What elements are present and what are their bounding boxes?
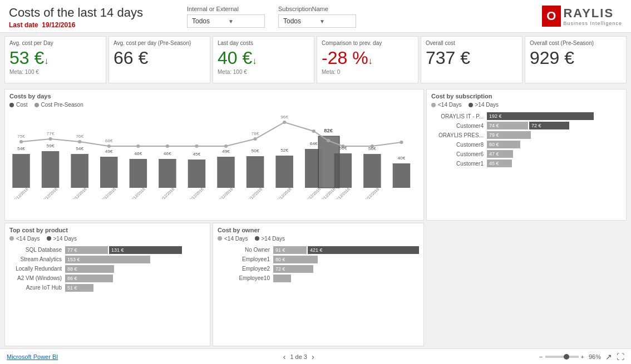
subtitle-prefix: Last date [9, 21, 38, 29]
legend-pre-season-label: Cost Pre-Season [41, 102, 83, 108]
hbar-bars [273, 275, 419, 282]
main-container: Costs of the last 14 days Last date 19/1… [0, 0, 631, 364]
svg-point-18 [107, 144, 111, 148]
list-item: Employee1 80 € [218, 256, 419, 263]
svg-text:18/12/2016: 18/12/2016 [333, 187, 351, 199]
legend-gt14-owner-label: >14 Days [262, 236, 285, 242]
hbar-bars: 91 € 421 € [273, 246, 419, 254]
logo-box: O RAYLIS Business Intelligence [542, 6, 622, 27]
hbar-light: 51 € [65, 284, 93, 292]
legend-dot-gt14-sub [469, 103, 473, 107]
svg-text:54€: 54€ [17, 146, 25, 151]
filter-internal-external: Internal or External Todos ▼ [187, 6, 265, 28]
legend-dot-lt14-owner [218, 236, 222, 241]
owner-chart-title: Cost by owner [218, 227, 419, 233]
svg-rect-5 [159, 159, 176, 188]
svg-text:40€: 40€ [397, 156, 405, 161]
svg-text:46€: 46€ [164, 151, 171, 156]
filter1-label: Internal or External [187, 6, 265, 12]
svg-text:78€: 78€ [252, 131, 259, 136]
svg-text:10/12/2016: 10/12/2016 [129, 187, 146, 199]
svg-text:54€: 54€ [76, 146, 83, 151]
list-item: Customer8 60 € [431, 141, 622, 148]
hbar-light: 79 € [487, 131, 531, 139]
legend-dot-cost [9, 103, 14, 107]
hbar-label: ORAYLIS PRES... [431, 132, 487, 138]
hbar-light: 80 € [273, 256, 318, 263]
hbar-bars: 72 € [273, 265, 419, 273]
prev-page-button[interactable]: ‹ [283, 352, 286, 361]
hbar-label: Customer1 [431, 161, 487, 167]
share-icon[interactable]: ↗ [605, 352, 612, 361]
content-area: Costs by days Cost Cost Pre-Season [0, 87, 631, 348]
svg-point-26 [327, 139, 330, 142]
kpi-label-4: Overall cost [426, 40, 517, 46]
left-panel: Costs by days Cost Cost Pre-Season [4, 89, 424, 346]
svg-point-25 [312, 129, 316, 133]
svg-rect-3 [100, 157, 118, 188]
svg-text:14/12/2016: 14/12/2016 [245, 187, 263, 199]
kpi-value-1: 66 € [114, 48, 205, 68]
next-page-button[interactable]: › [312, 352, 314, 361]
chevron-down-icon2: ▼ [319, 18, 351, 24]
title-block: Costs of the last 14 days Last date 19/1… [9, 6, 187, 29]
filter2-select[interactable]: Todos ▼ [278, 14, 356, 28]
svg-text:68€: 68€ [105, 138, 113, 143]
chevron-down-icon: ▼ [228, 18, 260, 24]
svg-text:49€: 49€ [222, 149, 230, 154]
top-cost-by-product-card: Top cost by product <14 Days >14 Days [4, 223, 210, 347]
kpi-card-4: Overall cost 737 € [421, 36, 522, 83]
logo-main-text: RAYLIS [563, 6, 622, 21]
kpi-value-5: 929 € [530, 48, 622, 68]
filter1-select[interactable]: Todos ▼ [187, 14, 265, 28]
kpi-row: Avg. cost per Day 53 €↓ Meta: 100 € Avg.… [0, 33, 631, 87]
svg-point-16 [48, 137, 52, 141]
kpi-label-1: Avg. cost per day (Pre-Season) [114, 40, 205, 46]
filter1-value: Todos [192, 17, 224, 25]
hbar-light: 60 € [487, 141, 520, 148]
hbar-label: Stream Analytics [9, 256, 65, 262]
legend-gt14-product: >14 Days [47, 236, 77, 242]
hbar-bars: 45 € [487, 159, 622, 167]
svg-rect-12 [334, 153, 352, 188]
list-item: Employee10 [218, 275, 419, 282]
legend-dot-pre-season [34, 103, 39, 107]
hbar-label: Customer6 [431, 151, 487, 157]
zoom-minus-icon[interactable]: − [539, 353, 543, 360]
power-bi-link[interactable]: Microsoft Power BI [7, 353, 58, 360]
cost-by-subscription-card: Cost by subscription <14 Days >14 Days O… [426, 89, 627, 221]
product-legend: <14 Days >14 Days [9, 236, 205, 242]
hbar-label: Employee10 [218, 275, 273, 281]
costs-by-days-title: Costs by days [9, 93, 419, 99]
hbar-bars: 79 € [487, 131, 622, 139]
zoom-slider[interactable] [545, 356, 579, 358]
legend-lt14-product: <14 Days [9, 236, 40, 242]
zoom-plus-icon[interactable]: + [581, 353, 584, 360]
svg-text:56€: 56€ [339, 146, 347, 151]
legend-gt14-sub-label: >14 Days [475, 102, 499, 108]
hbar-dark: 72 € [529, 122, 569, 129]
svg-text:11/12/2016: 11/12/2016 [158, 187, 176, 199]
subscription-title: Cost by subscription [431, 93, 622, 99]
kpi-card-3: Comparison to prev. day -28 %↓ Meta: 0 [317, 36, 418, 83]
svg-rect-8 [247, 156, 264, 188]
expand-icon[interactable]: ⛶ [617, 352, 624, 361]
svg-text:06/12/2016: 06/12/2016 [12, 187, 29, 199]
hbar-dark: 192 € [487, 112, 594, 120]
hbar-light: 86 € [65, 275, 113, 282]
hbar-bars: 153 € [65, 256, 205, 263]
kpi-label-3: Comparison to prev. day [322, 40, 413, 46]
list-item: A2 VM (Windows) 86 € [9, 275, 205, 282]
list-item: No Owner 91 € 421 € [218, 246, 419, 254]
zoom-thumb [564, 354, 569, 360]
hbar-label: No Owner [218, 247, 273, 253]
logo-text-block: RAYLIS Business Intelligence [563, 6, 622, 26]
hbar-label: Employee1 [218, 256, 273, 262]
list-item: ORAYLIS PRES... 79 € [431, 131, 622, 139]
svg-text:76€: 76€ [76, 134, 83, 139]
kpi-value-0: 53 €↓ [9, 48, 101, 68]
legend-gt14-label: >14 Days [53, 236, 77, 242]
svg-text:59€: 59€ [47, 143, 55, 148]
list-item: Locally Redundant 88 € [9, 265, 205, 273]
legend-gt14-sub: >14 Days [469, 102, 499, 108]
